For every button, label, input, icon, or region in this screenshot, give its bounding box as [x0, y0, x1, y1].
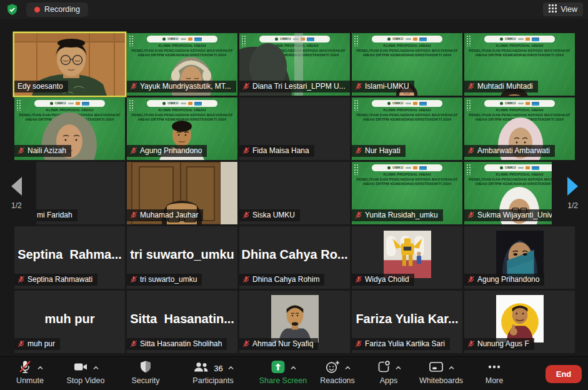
toolbar-whiteboards-button[interactable]: Whiteboards [411, 360, 471, 385]
participant-tile[interactable]: UMKUKLINIK PROPOSAL HIBAHPENELITIAN DAN … [352, 98, 462, 160]
participant-name-text: Naili Azizah [27, 146, 66, 155]
participant-tile[interactable]: muh purmuh pur [14, 291, 125, 353]
apps-icon [376, 359, 391, 377]
toolbar-reactions-button[interactable]: Reactions [314, 360, 361, 385]
kampus-merdeka-logo-icon [419, 166, 427, 170]
participant-tile[interactable]: tri suwarto_umkutri suwarto_umku [127, 226, 237, 289]
avatar [496, 231, 544, 278]
participant-tile[interactable]: UMKUKLINIK PROPOSAL HIBAHPENELITIAN DAN … [239, 33, 350, 96]
participant-tile[interactable]: UMKUKLINIK PROPOSAL HIBAHPENELITIAN DAN … [464, 33, 575, 96]
participant-tile[interactable]: Septina Rahma...Septina Rahmawati [14, 226, 125, 289]
participant-name-text: Agung Prihandono [477, 275, 539, 284]
toolbar-more-label: More [486, 376, 503, 385]
gallery-next-page[interactable]: 1/2 [552, 162, 588, 224]
apps-options-caret[interactable] [395, 366, 402, 371]
mic-muted-icon [17, 147, 25, 154]
gallery-prev-page[interactable]: 1/2 [0, 162, 36, 224]
toolbar-stop-video-button[interactable]: Stop Video [59, 360, 112, 385]
participant-tile[interactable]: UMKUKLINIK PROPOSAL HIBAHPENELITIAN DAN … [352, 162, 462, 224]
logo-text-lines [406, 167, 411, 169]
toolbar-apps-button[interactable]: Apps [370, 360, 407, 385]
participant-tile[interactable]: UMKUKLINIK PROPOSAL HIBAHPENELITIAN DAN … [352, 33, 462, 96]
participant-tile[interactable]: UMKUKLINIK PROPOSAL HIBAHPENELITIAN DAN … [127, 98, 237, 160]
encryption-shield-icon[interactable] [5, 2, 19, 16]
mic-muted-icon [467, 82, 475, 90]
mic-muted-icon [355, 276, 362, 283]
participant-name-text: muh pur [27, 339, 55, 348]
unmute-options-caret[interactable] [37, 366, 44, 371]
more-icon [486, 359, 502, 377]
umku-logo-icon [387, 102, 391, 105]
participant-name-label: Sitta Hasanatin Sholihah [127, 338, 227, 350]
toolbar-security-button[interactable]: Security [127, 360, 164, 385]
participant-name-text: Muhamad Jauhar [140, 211, 198, 219]
mic-muted-icon [467, 147, 475, 154]
mic-muted-icon [130, 276, 137, 283]
participant-tile[interactable]: Sitta Hasanatin...Sitta Hasanatin Sholih… [127, 291, 237, 353]
participant-tile[interactable]: UMKUKLINIK PROPOSAL HIBAHPENELITIAN DAN … [464, 98, 575, 160]
participant-tile[interactable]: Fariza Yulia Kar...Fariza Yulia Kartika … [352, 291, 462, 353]
toolbar-unmute-button[interactable]: Unmute [7, 360, 52, 385]
mic-muted-icon [242, 147, 250, 154]
mic-muted-icon [242, 276, 250, 283]
view-button[interactable]: View [543, 2, 583, 16]
participant-tile[interactable]: Widya Cholid [352, 226, 462, 289]
partner-logo-icon [413, 166, 417, 169]
page-indicator: 1/2 [567, 201, 578, 210]
participant-name-label: Sukma Wijayanti_Univ [464, 209, 557, 221]
participant-tile[interactable]: UMKUKLINIK PROPOSAL HIBAHPENELITIAN DAN … [127, 33, 237, 96]
participant-name-text: Siska UMKU [252, 211, 295, 219]
avatar [496, 295, 544, 342]
toolbar-reactions-label: Reactions [320, 376, 355, 385]
share-screen-options-caret[interactable] [290, 366, 297, 371]
participant-tile[interactable]: Nunung Agus F [464, 291, 575, 353]
participant-tile[interactable]: Fida Maisa Hana [239, 98, 350, 160]
participant-tile[interactable]: Ahmad Nur Syafiq [239, 291, 350, 353]
slide-logo-banner: UMKU [372, 100, 442, 107]
prev-page-arrow-icon[interactable] [11, 177, 22, 196]
reactions-options-caret[interactable] [344, 366, 351, 371]
participant-name-label: tri suwarto_umku [127, 274, 202, 286]
participant-tile[interactable]: Agung Prihandono [464, 226, 575, 289]
participant-name-text: Widya Cholid [365, 275, 409, 284]
participant-name-label: Yayuk Mundriyastutik, MT... [127, 81, 236, 92]
participant-tile[interactable]: Muhamad Jauhar [127, 162, 237, 224]
view-label: View [561, 5, 577, 14]
participant-name-label: Islami-UMKU [352, 81, 414, 92]
participant-tile[interactable]: Edy soesanto [14, 33, 125, 96]
participant-name-label: Fida Maisa Hana [239, 145, 314, 157]
grid-view-icon [549, 4, 557, 14]
slide-title-text: KLINIK PROPOSAL HIBAHPENELITIAN DAN PENG… [352, 172, 462, 187]
participant-name-label: Fariza Yulia Kartika Sari [352, 338, 450, 350]
stop-video-options-caret[interactable] [92, 366, 99, 371]
participant-name-text: Muhtadi Muhtadi [477, 82, 533, 91]
toolbar-more-button[interactable]: More [478, 360, 511, 385]
toolbar-share-screen-label: Share Screen [259, 376, 307, 385]
mic-muted-icon [130, 211, 137, 219]
next-page-arrow-icon[interactable] [567, 177, 578, 196]
end-meeting-button[interactable]: End [546, 365, 582, 383]
participant-tile[interactable]: Dhina Cahya Ro...Dhina Cahya Rohim [239, 226, 350, 289]
toolbar-share-screen-button[interactable]: Share Screen [254, 360, 312, 385]
participant-name-label: Dhina Cahya Rohim [239, 274, 324, 286]
video-gallery: Edy soesantoUMKUKLINIK PROPOSAL HIBAHPEN… [0, 19, 588, 356]
participant-tile[interactable]: UMKUKLINIK PROPOSAL HIBAHPENELITIAN DAN … [14, 98, 125, 160]
participant-name-text: Nur Hayati [365, 146, 401, 155]
reactions-icon [324, 359, 341, 377]
top-bar: Recording View [0, 0, 588, 19]
participant-tile[interactable]: Siska UMKU [239, 162, 350, 224]
recording-indicator: Recording [26, 2, 88, 17]
share-screen-icon [270, 359, 286, 377]
toolbar-participants-button[interactable]: 36Participants [181, 360, 246, 385]
participants-options-caret[interactable] [227, 366, 234, 371]
whiteboards-options-caret[interactable] [448, 366, 455, 371]
participant-name-text: tri suwarto_umku [140, 275, 197, 284]
mic-muted-icon [242, 211, 250, 219]
toolbar-whiteboards-label: Whiteboards [419, 376, 463, 385]
umku-logo-text: UMKU [392, 102, 403, 106]
slide-logo-banner: UMKU [372, 164, 442, 171]
participant-name-text: Sukma Wijayanti_Univ [477, 211, 552, 219]
participant-name-label: Widya Cholid [352, 274, 414, 286]
participant-name-text: Fida Maisa Hana [252, 146, 309, 155]
mic-muted-icon [17, 276, 25, 283]
